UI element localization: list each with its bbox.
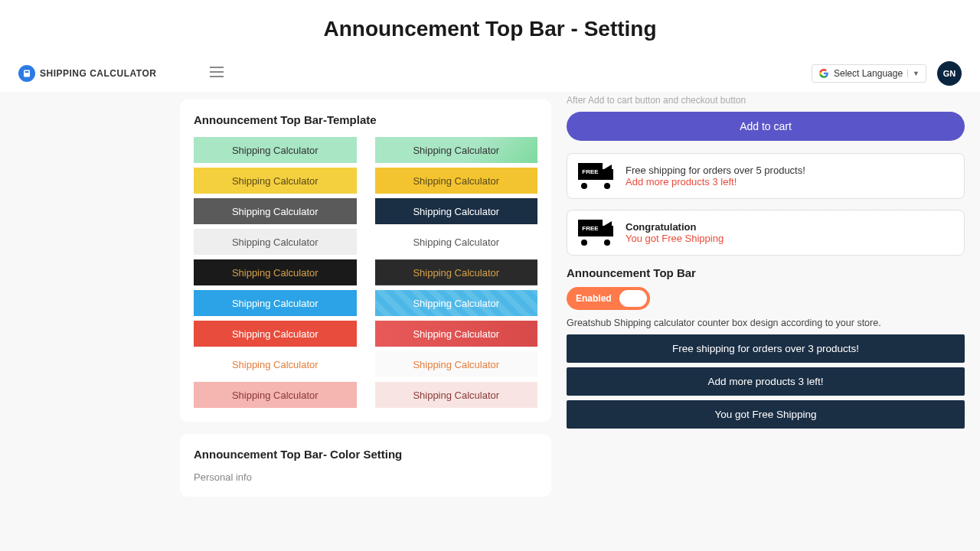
template-option[interactable]: Shipping Calculator [375, 137, 538, 163]
template-option[interactable]: Shipping Calculator [375, 351, 538, 377]
truck-icon: FREE [578, 220, 615, 246]
template-option[interactable]: Shipping Calculator [194, 382, 357, 408]
template-option[interactable]: Shipping Calculator [194, 321, 357, 347]
preview-bar: Add more products 3 left! [567, 367, 965, 396]
template-option[interactable]: Shipping Calculator [194, 259, 357, 285]
calculator-icon [18, 65, 35, 82]
color-setting-title: Announcement Top Bar- Color Setting [194, 448, 537, 461]
language-label: Select Language [834, 68, 903, 79]
svg-rect-0 [24, 70, 30, 77]
toggle-knob [619, 290, 647, 307]
position-hint: After Add to cart button and checkout bu… [567, 92, 965, 112]
menu-button[interactable] [210, 67, 224, 80]
preview-bar: You got Free Shipping [567, 400, 965, 429]
template-option[interactable]: Shipping Calculator [194, 290, 357, 316]
free-shipping-line1: Free shipping for orders over 5 products… [626, 165, 953, 176]
template-option[interactable]: Shipping Calculator [375, 198, 538, 224]
topbar-section-title: Announcement Top Bar [567, 266, 965, 279]
template-option[interactable]: Shipping Calculator [194, 168, 357, 194]
template-option[interactable]: Shipping Calculator [375, 229, 538, 255]
template-card: Announcement Top Bar-Template Shipping C… [180, 99, 551, 422]
topbar-desc: Greatshub Shipping calculator counter bo… [567, 318, 965, 328]
template-option[interactable]: Shipping Calculator [194, 198, 357, 224]
preview-bar: Free shipping for orders over 3 products… [567, 334, 965, 363]
svg-rect-2 [210, 67, 224, 68]
template-option[interactable]: Shipping Calculator [194, 351, 357, 377]
topbar: SHIPPING CALCULATOR Select Language ▼ GN [0, 55, 980, 92]
add-to-cart-button[interactable]: Add to cart [567, 112, 965, 141]
enabled-toggle[interactable]: Enabled [567, 287, 650, 310]
congrats-title: Congratulation [626, 221, 953, 233]
template-option[interactable]: Shipping Calculator [375, 382, 538, 408]
template-option[interactable]: Shipping Calculator [194, 229, 357, 255]
color-setting-sub: Personal info [194, 471, 537, 483]
truck-icon: FREE [578, 163, 615, 189]
free-shipping-success-box: FREE Congratulation You got Free Shippin… [567, 210, 965, 256]
color-setting-card: Announcement Top Bar- Color Setting Pers… [180, 434, 551, 497]
template-option[interactable]: Shipping Calculator [375, 290, 538, 316]
chevron-down-icon: ▼ [907, 70, 920, 77]
svg-rect-1 [25, 71, 29, 73]
template-card-title: Announcement Top Bar-Template [194, 113, 537, 126]
template-option[interactable]: Shipping Calculator [194, 137, 357, 163]
svg-rect-3 [210, 71, 224, 73]
free-shipping-line2: Add more products 3 left! [626, 176, 953, 187]
toggle-label: Enabled [576, 293, 612, 304]
language-select[interactable]: Select Language ▼ [812, 64, 926, 83]
page-title: Announcement Top Bar - Setting [0, 0, 980, 55]
google-icon [818, 68, 829, 79]
congrats-sub: You got Free Shipping [626, 233, 953, 244]
free-shipping-progress-box: FREE Free shipping for orders over 5 pro… [567, 153, 965, 199]
avatar[interactable]: GN [937, 61, 962, 86]
template-option[interactable]: Shipping Calculator [375, 321, 538, 347]
svg-rect-4 [210, 76, 224, 77]
template-option[interactable]: Shipping Calculator [375, 259, 538, 285]
brand-text: SHIPPING CALCULATOR [40, 68, 156, 79]
template-option[interactable]: Shipping Calculator [375, 168, 538, 194]
brand-logo[interactable]: SHIPPING CALCULATOR [18, 65, 156, 82]
